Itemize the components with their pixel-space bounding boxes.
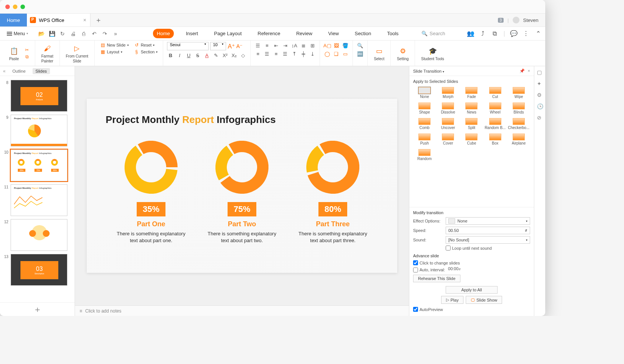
transition-item[interactable]: Cover: [437, 132, 459, 146]
transition-item[interactable]: Random B...: [484, 117, 507, 131]
align-left-icon[interactable]: ≡: [254, 50, 261, 57]
align-middle-icon[interactable]: ╪: [300, 50, 307, 57]
transition-item[interactable]: Uncover: [437, 117, 459, 131]
replace-icon[interactable]: 🔤: [357, 50, 363, 57]
cut-button[interactable]: ✂: [23, 47, 31, 53]
text-box-icon[interactable]: A▢: [324, 42, 331, 49]
numbering-icon[interactable]: ≡: [264, 42, 270, 49]
decrease-indent-icon[interactable]: ⇤: [273, 42, 279, 49]
pin-icon[interactable]: 📌: [519, 68, 525, 73]
transition-item[interactable]: None: [413, 86, 436, 100]
reset-button[interactable]: ↺Reset▾: [133, 42, 159, 48]
shape-fill-icon[interactable]: 🪣: [342, 42, 349, 49]
find-icon[interactable]: 🔍: [357, 42, 363, 49]
thumbnail-row[interactable]: 9Project Monthly Report Infographics: [0, 113, 75, 148]
main-menu-button[interactable]: Menu ▾: [4, 30, 31, 38]
outline-tab[interactable]: Outline: [9, 68, 29, 74]
add-tab-button[interactable]: ＋: [90, 14, 106, 26]
align-justify-icon[interactable]: ☰: [282, 50, 289, 57]
effect-options-select[interactable]: None▾: [446, 217, 530, 225]
highlight-icon[interactable]: ✎: [212, 52, 219, 59]
collab-icon[interactable]: 👥: [467, 30, 474, 37]
ribbon-tab-reference[interactable]: Reference: [254, 29, 284, 38]
notes-bar[interactable]: ≡ Click to add notes: [75, 305, 409, 316]
superscript-icon[interactable]: X²: [222, 52, 228, 59]
settings-icon[interactable]: ⚙: [537, 92, 543, 98]
sound-select[interactable]: [No Sound]▾: [446, 236, 530, 244]
ribbon-tab-home[interactable]: Home: [153, 29, 174, 38]
italic-icon[interactable]: I: [176, 52, 183, 59]
kebab-icon[interactable]: ⋮: [523, 30, 529, 37]
new-slide-button[interactable]: ▤New Slide▾: [98, 42, 130, 48]
align-bottom-icon[interactable]: ⤓: [309, 50, 316, 57]
autopreview-checkbox[interactable]: [413, 307, 418, 312]
add-slide-button[interactable]: ＋: [0, 302, 75, 316]
transition-item[interactable]: Morph: [437, 86, 459, 100]
ruler-icon[interactable]: ⊞: [309, 42, 316, 49]
clear-format-icon[interactable]: ◇: [240, 52, 246, 59]
layout-button[interactable]: ▦Layout▾: [98, 49, 130, 55]
ribbon-tab-section[interactable]: Section: [351, 29, 375, 38]
feedback-icon[interactable]: 💬: [510, 30, 517, 37]
transition-item[interactable]: Checkerbo...: [507, 117, 530, 131]
format-painter-button[interactable]: 🖌 Farmat Painter: [39, 42, 56, 65]
export-icon[interactable]: ⎙: [80, 30, 87, 37]
ribbon-tab-review[interactable]: Review: [292, 29, 316, 38]
transition-item[interactable]: Shape: [413, 101, 436, 115]
transition-item[interactable]: Box: [484, 132, 507, 146]
transition-item[interactable]: Wipe: [507, 86, 530, 100]
section-button[interactable]: §Section▾: [133, 49, 159, 55]
sync-icon[interactable]: ↻: [59, 30, 66, 37]
align-right-icon[interactable]: ≡: [273, 50, 279, 57]
save-icon[interactable]: 💾: [48, 30, 55, 37]
close-tab-button[interactable]: ×: [83, 17, 86, 23]
avatar[interactable]: [513, 17, 519, 23]
font-color-icon[interactable]: A: [203, 52, 210, 59]
quick-styles-icon[interactable]: ▭: [342, 50, 349, 57]
arrange-icon[interactable]: ❑: [333, 50, 340, 57]
picture-icon[interactable]: 🖼: [333, 42, 340, 49]
transition-item[interactable]: Random: [413, 148, 436, 162]
transition-item[interactable]: News: [460, 101, 483, 115]
ribbon-tab-tools[interactable]: Tools: [383, 29, 402, 38]
click-advance-checkbox[interactable]: [413, 260, 418, 265]
thumbnail-row[interactable]: 11Project Monthly Report Infographics: [0, 183, 75, 218]
auto-advance-checkbox[interactable]: [413, 268, 418, 272]
transition-panel-title[interactable]: Slide Transition ▾: [413, 69, 444, 73]
copy-button[interactable]: ⧉: [23, 54, 31, 60]
ribbon-tab-view[interactable]: View: [324, 29, 343, 38]
decrease-font-icon[interactable]: A⁻: [236, 43, 242, 49]
template-icon[interactable]: ⧉: [491, 30, 498, 37]
close-window-button[interactable]: [5, 5, 10, 9]
align-top-icon[interactable]: ⤒: [291, 50, 298, 57]
shapes-icon[interactable]: ◯: [324, 50, 331, 57]
minimize-window-button[interactable]: [13, 5, 17, 9]
search-box[interactable]: 🔍 Search: [421, 31, 445, 36]
strike-icon[interactable]: S̶: [194, 52, 201, 59]
document-tab[interactable]: WPS Office ×: [27, 14, 90, 26]
underline-icon[interactable]: U: [185, 52, 192, 59]
history-icon[interactable]: 🕓: [537, 103, 543, 109]
redo-icon[interactable]: ↷: [101, 30, 108, 37]
transition-item[interactable]: Comb: [413, 117, 436, 131]
print-icon[interactable]: 🖨: [70, 30, 76, 37]
transition-item[interactable]: Push: [413, 132, 436, 146]
rehearse-button[interactable]: Rehearse This Slide: [413, 275, 460, 282]
play-button[interactable]: ▷Play: [441, 296, 463, 304]
select-button[interactable]: ▭ Select: [371, 42, 387, 65]
transition-item[interactable]: Dissolve: [437, 101, 459, 115]
transition-item[interactable]: Airplane: [507, 132, 530, 146]
from-current-slide-button[interactable]: ▷ From Current Slide: [64, 42, 90, 65]
help-icon[interactable]: ⊘: [537, 115, 543, 121]
font-size-select[interactable]: 10 ▾: [210, 42, 226, 50]
student-tools-button[interactable]: 🎓 Student Tools: [419, 42, 446, 65]
template-panel-icon[interactable]: ▢: [537, 69, 543, 75]
transition-item[interactable]: Split: [460, 117, 483, 131]
current-slide[interactable]: Project Monthly Report Infographics 35% …: [87, 99, 397, 273]
line-spacing-icon[interactable]: ≣: [300, 42, 307, 49]
collapse-panel-button[interactable]: «: [3, 68, 6, 74]
thumbnail-row[interactable]: 802Analysis: [0, 78, 75, 113]
increase-indent-icon[interactable]: ⇥: [282, 42, 289, 49]
properties-icon[interactable]: ✦: [537, 81, 543, 87]
open-icon[interactable]: 📂: [38, 30, 45, 37]
